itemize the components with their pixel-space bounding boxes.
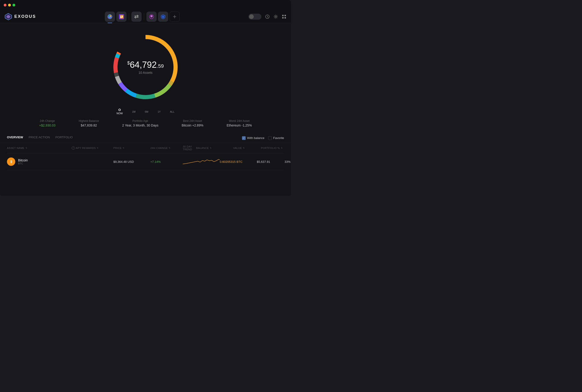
stat-worst-value: Ethereum -1,25%: [227, 124, 252, 127]
btc-price: $9,364.48 USD: [113, 160, 150, 164]
transfer-icon: [134, 14, 139, 19]
maximize-button[interactable]: [12, 4, 15, 6]
btc-sparkline-svg: [183, 157, 220, 166]
stat-24h-value: +$2,930.03: [39, 124, 55, 127]
timeline-dot-circle: [118, 109, 121, 111]
apps-button[interactable]: [282, 14, 286, 19]
with-balance-label: With balance: [247, 136, 264, 140]
stat-24h-label: 24h Change: [39, 119, 55, 122]
main-content: $64,792.59 10 Assets NOW 1M 6M 1Y ALL: [0, 23, 291, 196]
history-button[interactable]: [265, 14, 270, 19]
amount-main: 64,792: [130, 60, 156, 70]
nav-web3-button[interactable]: [158, 12, 168, 22]
timeline-6m[interactable]: 6M: [145, 110, 148, 113]
svg-rect-13: [282, 17, 284, 18]
svg-point-8: [162, 16, 164, 18]
stat-24h-change: 24h Change +$2,930.03: [39, 119, 55, 127]
table-row[interactable]: ₿ Bitcoin BTC $9,364.48 USD +7.14% 0.602…: [7, 153, 284, 170]
btc-name-block: Bitcoin BTC: [18, 158, 28, 165]
stat-best-label: Best 24H Asset: [182, 119, 203, 122]
timeline-1y[interactable]: 1Y: [158, 110, 160, 113]
asset-info-btc: ₿ Bitcoin BTC: [7, 158, 72, 166]
tabs-bar: OVERVIEW PRICE ACTION PORTFOLIO ✓ With b…: [0, 132, 291, 143]
stat-age-value: 2 Year, 3 Month, 30 Days: [122, 124, 158, 127]
sort-icon-apy: ⇅: [97, 147, 99, 149]
svg-rect-11: [282, 15, 284, 16]
th-24h-change[interactable]: 24H CHANGE ⇅: [150, 145, 183, 151]
nav-nft-button[interactable]: [146, 12, 156, 22]
favorite-filter[interactable]: Favorite: [268, 136, 284, 140]
stat-best-value: Bitcoin +2.89%: [182, 124, 203, 127]
timeline-now-label: NOW: [116, 112, 123, 115]
exchange-icon: 🔁: [119, 14, 124, 19]
sort-icon-change: ⇅: [169, 147, 171, 149]
th-balance[interactable]: BALANCE ⇅: [196, 145, 233, 151]
btc-balance: 0.60205315 BTC: [220, 160, 257, 164]
stats-row: 24h Change +$2,930.03 Highest Balance $4…: [18, 119, 273, 127]
lock-thumb: [249, 14, 254, 19]
logo: EXODUS: [5, 13, 36, 20]
stat-highest-label: Highest Balance: [79, 119, 99, 122]
btc-sparkline: [183, 157, 220, 166]
svg-rect-14: [284, 17, 286, 18]
svg-rect-12: [284, 15, 286, 16]
th-apy[interactable]: ? APY REWARDS ⇅: [72, 145, 113, 151]
timeline-1m[interactable]: 1M: [132, 110, 136, 113]
nav-portfolio-button[interactable]: [105, 12, 115, 22]
th-trend: 30 DAY TREND: [183, 145, 196, 151]
nav-transfer-button[interactable]: [132, 12, 142, 22]
timeline-1m-label: 1M: [132, 110, 136, 113]
nav-exchange-button[interactable]: 🔁: [116, 12, 126, 22]
th-asset-name[interactable]: ASSET NAME ⇅: [7, 145, 72, 151]
apps-icon: [282, 14, 286, 19]
tab-portfolio[interactable]: PORTFOLIO: [56, 136, 73, 140]
window-controls: [4, 4, 15, 6]
lock-toggle[interactable]: [248, 14, 262, 20]
sort-icon-price: ⇅: [122, 147, 125, 149]
settings-button[interactable]: [274, 14, 278, 19]
svg-point-10: [275, 16, 276, 17]
tab-overview[interactable]: OVERVIEW: [7, 136, 23, 140]
th-price[interactable]: PRICE ⇅: [113, 145, 150, 151]
minimize-button[interactable]: [8, 4, 11, 6]
nft-icon: [149, 14, 154, 19]
nav-add-button[interactable]: [170, 12, 180, 22]
timeline-now[interactable]: NOW: [116, 109, 123, 115]
currency-symbol: $: [127, 60, 130, 66]
stat-highest-balance: Highest Balance $47,839.82: [79, 119, 99, 127]
th-portfolio[interactable]: PORTFOLIO % ⇅: [261, 145, 284, 151]
btc-icon: ₿: [7, 158, 15, 166]
nav-divider: [129, 13, 129, 20]
favorite-label: Favorite: [273, 136, 284, 140]
btc-name: Bitcoin: [18, 158, 28, 162]
portfolio-section: $64,792.59 10 Assets NOW 1M 6M 1Y ALL: [0, 23, 291, 132]
assets-count: 10 Assets: [127, 71, 164, 74]
sort-icon-name: ⇅: [26, 147, 28, 149]
with-balance-checkbox[interactable]: ✓: [242, 136, 246, 140]
donut-center-text: $64,792.59 10 Assets: [127, 60, 164, 74]
gear-icon: [274, 14, 278, 19]
stat-worst-label: Worst 24H Asset: [227, 119, 252, 122]
svg-text:🔁: 🔁: [120, 15, 124, 19]
sort-icon-value: ⇅: [243, 147, 245, 149]
tab-price-action[interactable]: PRICE ACTION: [29, 136, 50, 140]
logo-text: EXODUS: [14, 14, 36, 19]
navbar: EXODUS 🔁: [0, 10, 291, 23]
timeline-all[interactable]: ALL: [170, 110, 175, 113]
th-value[interactable]: VALUE ⇅: [233, 145, 261, 151]
svg-point-6: [150, 15, 153, 17]
with-balance-filter[interactable]: ✓ With balance: [242, 136, 264, 140]
navbar-right: [248, 14, 286, 20]
sort-icon-portfolio: ⇅: [281, 147, 283, 149]
favorite-checkbox[interactable]: [268, 136, 272, 140]
titlebar: [0, 0, 291, 10]
svg-marker-1: [6, 15, 10, 18]
timeline-1y-label: 1Y: [158, 110, 160, 113]
amount-cents: .59: [156, 63, 164, 69]
timeline-all-label: ALL: [170, 110, 175, 113]
btc-change: +7.14%: [150, 160, 183, 164]
apy-info-icon[interactable]: ?: [72, 146, 75, 150]
close-button[interactable]: [4, 4, 6, 6]
shield-icon: [160, 14, 166, 19]
nav-center: 🔁: [105, 12, 180, 22]
